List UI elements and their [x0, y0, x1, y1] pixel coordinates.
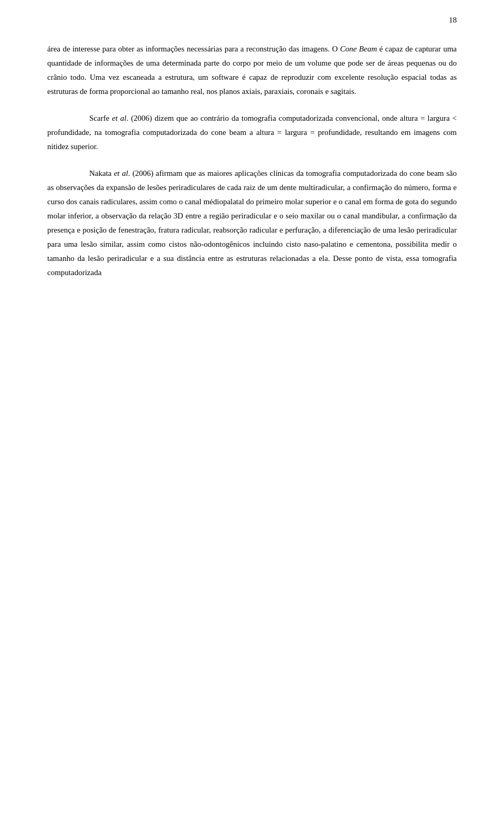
paragraph-3: Nakata et al. (2006) afirmam que as maio… [47, 166, 457, 280]
paragraph-1: área de interesse para obter as informaç… [47, 42, 457, 99]
page-content: área de interesse para obter as informaç… [47, 42, 457, 280]
paragraph-2: Scarfe et al. (2006) dizem que ao contrá… [47, 111, 457, 154]
page: 18 área de interesse para obter as infor… [0, 0, 504, 840]
page-number: 18 [449, 16, 457, 25]
